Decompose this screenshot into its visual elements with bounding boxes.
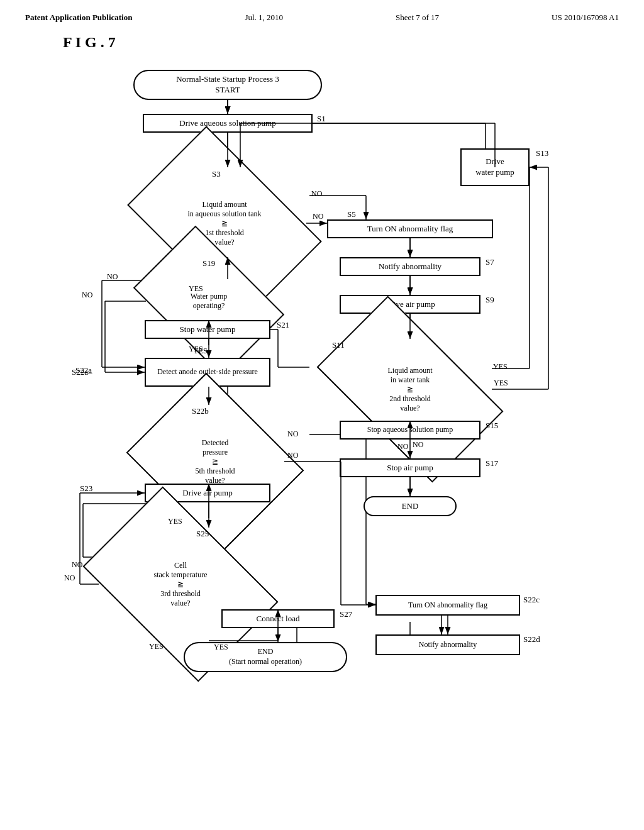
header-patent: US 2010/167098 A1	[552, 13, 619, 23]
s22b-no-label: NO	[287, 429, 298, 439]
s19-step-label: S19	[203, 258, 215, 268]
s22c-step-label: S22c	[523, 595, 540, 605]
s25-step-label: S25	[196, 529, 209, 539]
s1-label-text: Drive aqueous solution pump	[179, 118, 275, 129]
s19-yes-label: YES	[193, 346, 208, 356]
end2-node: END (Start normal operation)	[184, 642, 347, 672]
s27-text: Connect load	[257, 614, 300, 624]
s1-box: Drive aqueous solution pump	[143, 114, 313, 133]
s21-step-label: S21	[277, 320, 289, 330]
s22d-box: Notify abnormality	[375, 634, 520, 655]
s13-text: Drive water pump	[475, 157, 514, 178]
s11-diamond-text: Liquid amountin water tank≧2nd threshold…	[388, 366, 433, 413]
s17-step-label: S17	[486, 458, 498, 468]
s15-box: Stop aqueous solution pump	[340, 421, 480, 440]
s15-text: Stop aqueous solution pump	[367, 425, 453, 435]
s3-diamond-text: Liquid amountin aqueous solution tank≧1s…	[188, 200, 262, 247]
header-left: Patent Application Publication	[25, 13, 132, 23]
s22b-step-label: S22b	[192, 406, 209, 416]
s25-no-label: NO	[72, 560, 82, 570]
figure-label: F I G . 7	[63, 34, 619, 51]
s21-text: Stop water pump	[180, 324, 236, 335]
s21-box: Stop water pump	[145, 320, 270, 339]
header-sheet: Sheet 7 of 17	[396, 13, 439, 23]
s5-step-label: S5	[347, 209, 356, 219]
s22d-step-label: S22d	[523, 634, 540, 645]
s13-box: Drive water pump	[460, 148, 530, 186]
start-label: Normal-State Startup Process 3 START	[176, 74, 279, 96]
s19-no-label: NO	[107, 272, 118, 282]
s22b-diamond-text: Detectedpressure≧5th thresholdvalue?	[196, 438, 235, 485]
end2-label: END (Start normal operation)	[229, 647, 302, 667]
s5-text: Turn ON abnormality flag	[367, 224, 453, 235]
s3-step-label: S3	[212, 169, 221, 179]
s23-text: Drive air pump	[182, 488, 232, 499]
s17-text: Stop air pump	[387, 463, 433, 473]
end1-node: END	[364, 496, 457, 516]
header-date: Jul. 1, 2010	[245, 13, 283, 23]
flowchart-diagram: Normal-State Startup Process 3 START Dri…	[33, 57, 611, 793]
s11-step-label: S11	[332, 340, 345, 350]
s22c-box: Turn ON abnormality flag	[375, 595, 520, 616]
s7-step-label: S7	[486, 257, 494, 267]
start-node: Normal-State Startup Process 3 START	[133, 70, 322, 100]
s25-diamond-text: Cellstack temperature≧3rd thresholdvalue…	[154, 561, 208, 608]
s22c-text: Turn ON abnormality flag	[408, 600, 487, 611]
s25-yes-label: YES	[149, 642, 164, 651]
s15-step-label: S15	[486, 421, 498, 431]
s11-no-label: NO	[397, 442, 408, 451]
s27-box: Connect load	[221, 609, 335, 628]
s1-step-label: S1	[317, 114, 326, 124]
s19-diamond-text: Water pumpoperating?	[191, 292, 228, 311]
s11-yes-label: YES	[493, 362, 508, 372]
s23-step-label: S23	[80, 484, 92, 494]
s9-step-label: S9	[486, 295, 494, 305]
s22a-step-label: S22a	[75, 365, 92, 375]
s22d-text: Notify abnormality	[419, 640, 477, 650]
s9-box: Drive air pump	[340, 295, 480, 314]
end1-label: END	[402, 501, 419, 512]
s5-box: Turn ON abnormality flag	[327, 219, 493, 238]
s3-no-label: NO	[311, 189, 322, 199]
s27-step-label: S27	[340, 609, 352, 619]
s17-box: Stop air pump	[340, 458, 480, 477]
s7-text: Notify abnormality	[379, 262, 441, 272]
s7-box: Notify abnormality	[340, 257, 480, 276]
s13-step-label: S13	[536, 148, 548, 158]
